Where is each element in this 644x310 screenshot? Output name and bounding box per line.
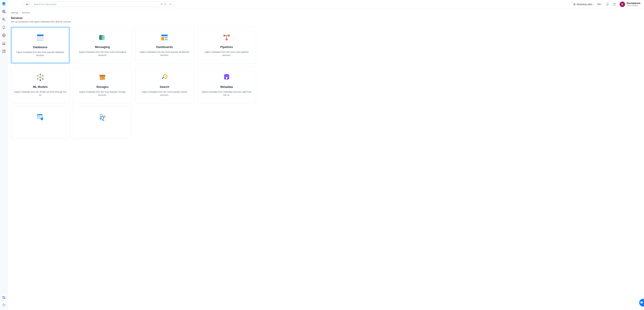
user-menu[interactable]: R Rounakpreet. Data Steward bbox=[620, 2, 641, 7]
language-label: EN bbox=[598, 3, 600, 6]
workspace-label: Marketing sales bbox=[577, 3, 592, 6]
svg-point-63 bbox=[37, 78, 38, 80]
card-title: Databases bbox=[33, 46, 48, 49]
card-title: Storages bbox=[96, 85, 108, 89]
card-desc: Ingest metadata from the most used messa… bbox=[76, 50, 129, 57]
sidebar-item-insights[interactable] bbox=[2, 25, 6, 30]
service-card-pipelines[interactable]: Pipelines Ingest metadata from the most … bbox=[197, 27, 256, 63]
svg-rect-43 bbox=[161, 35, 168, 36]
svg-rect-44 bbox=[161, 37, 164, 40]
svg-line-5 bbox=[5, 13, 6, 13]
service-card-dashboards[interactable]: Dashboards Ingest metadata from the most… bbox=[135, 27, 194, 63]
svg-rect-49 bbox=[224, 35, 225, 37]
svg-point-25 bbox=[614, 5, 614, 5]
svg-point-16 bbox=[4, 51, 5, 51]
service-card-api[interactable]: API bbox=[11, 106, 70, 138]
svg-rect-46 bbox=[165, 39, 168, 40]
search-shortcut: ⌘ K bbox=[160, 3, 167, 6]
search-filter-dropdown[interactable]: All ▾ bbox=[24, 2, 32, 7]
svg-point-6 bbox=[2, 18, 4, 20]
svg-rect-45 bbox=[165, 37, 168, 38]
service-card-databases[interactable]: Databases Ingest metadata from the most … bbox=[11, 27, 70, 63]
svg-rect-66 bbox=[100, 76, 105, 80]
help-button[interactable] bbox=[613, 3, 616, 6]
sidebar-item-settings[interactable] bbox=[2, 295, 6, 300]
svg-point-62 bbox=[40, 80, 41, 81]
search-input[interactable] bbox=[32, 3, 160, 6]
svg-point-21 bbox=[170, 3, 171, 5]
svg-rect-91 bbox=[102, 119, 104, 121]
service-card-observability[interactable] bbox=[73, 106, 132, 138]
workspace-picker[interactable]: Marketing sales ▾ bbox=[573, 3, 594, 6]
top-bar: All ▾ ⌘ K Marketing sales ▾ EN ▾ R bbox=[8, 0, 644, 9]
svg-line-8 bbox=[4, 20, 6, 21]
databases-icon bbox=[36, 34, 44, 42]
shortcut-key: ⌘ bbox=[160, 3, 164, 6]
svg-rect-67 bbox=[102, 77, 103, 78]
page-subtitle: Set up connectors and ingest metadata fr… bbox=[11, 21, 641, 23]
service-card-mlmodels[interactable]: ML Models Ingest metadata from ML Model … bbox=[11, 67, 70, 103]
svg-point-59 bbox=[40, 74, 41, 75]
shortcut-key: K bbox=[164, 3, 167, 6]
left-sidebar bbox=[0, 0, 8, 310]
svg-point-61 bbox=[42, 78, 44, 80]
svg-marker-2 bbox=[2, 4, 6, 6]
chat-icon bbox=[640, 301, 643, 304]
svg-rect-32 bbox=[38, 38, 39, 39]
card-desc: Ingest metadata from the most used pipel… bbox=[200, 50, 253, 57]
svg-point-64 bbox=[37, 75, 38, 76]
api-icon: API bbox=[36, 113, 44, 121]
language-picker[interactable]: EN ▾ bbox=[598, 3, 602, 6]
sidebar-item-explore[interactable] bbox=[2, 9, 6, 14]
card-title: Search bbox=[160, 85, 169, 89]
notifications-button[interactable] bbox=[606, 3, 609, 6]
card-desc: Ingest metadata from the most popular st… bbox=[76, 90, 129, 97]
service-card-messaging[interactable]: Messaging Ingest metadata from the most … bbox=[73, 27, 132, 63]
svg-rect-42 bbox=[102, 35, 105, 40]
observability-icon bbox=[98, 113, 106, 121]
svg-rect-35 bbox=[42, 38, 43, 39]
app-logo[interactable] bbox=[2, 2, 6, 6]
sidebar-item-governance[interactable] bbox=[2, 41, 6, 46]
chevron-down-icon: ▾ bbox=[593, 3, 594, 5]
globe-icon bbox=[573, 3, 576, 6]
svg-rect-34 bbox=[40, 38, 42, 39]
svg-rect-29 bbox=[39, 37, 40, 38]
svg-point-80 bbox=[42, 118, 42, 119]
svg-rect-26 bbox=[37, 35, 44, 36]
search-button[interactable] bbox=[168, 2, 173, 7]
card-title: Messaging bbox=[95, 45, 110, 49]
service-card-search[interactable]: Search Ingest metadata from the most pop… bbox=[135, 67, 194, 103]
service-card-metadata[interactable]: Metadata Ingest metadata from metadata s… bbox=[197, 67, 256, 103]
sidebar-bottom bbox=[2, 295, 6, 310]
card-title: Metadata bbox=[220, 85, 233, 89]
svg-point-20 bbox=[4, 298, 5, 299]
messaging-icon bbox=[98, 33, 106, 42]
breadcrumb-settings[interactable]: Settings bbox=[11, 12, 18, 14]
svg-rect-30 bbox=[40, 37, 42, 38]
breadcrumb: Settings / Services bbox=[11, 12, 641, 14]
sidebar-nav bbox=[2, 9, 6, 295]
svg-point-70 bbox=[164, 76, 165, 77]
topbar-right: Marketing sales ▾ EN ▾ R Rounakpreet. Da… bbox=[573, 2, 641, 7]
help-icon bbox=[613, 3, 616, 6]
svg-rect-50 bbox=[228, 35, 230, 37]
page-title: Services bbox=[11, 17, 641, 20]
dashboards-icon bbox=[160, 33, 169, 42]
svg-rect-36 bbox=[38, 39, 39, 40]
sidebar-item-glossary[interactable] bbox=[2, 49, 6, 54]
breadcrumb-separator: / bbox=[20, 12, 20, 14]
mlmodels-icon bbox=[36, 73, 44, 81]
pipelines-icon bbox=[222, 33, 231, 42]
sidebar-item-logout[interactable] bbox=[2, 303, 6, 307]
user-role: Data Steward bbox=[627, 5, 641, 7]
service-card-storages[interactable]: Storages Ingest metadata from the most p… bbox=[73, 67, 132, 103]
sidebar-item-discover[interactable] bbox=[2, 17, 6, 22]
sidebar-item-domains[interactable] bbox=[2, 33, 6, 38]
svg-line-22 bbox=[171, 5, 172, 5]
user-text: Rounakpreet. Data Steward bbox=[627, 2, 641, 7]
svg-rect-39 bbox=[42, 39, 43, 40]
card-title: ML Models bbox=[33, 85, 48, 89]
chevron-down-icon: ▾ bbox=[29, 3, 30, 5]
svg-rect-38 bbox=[40, 39, 42, 40]
